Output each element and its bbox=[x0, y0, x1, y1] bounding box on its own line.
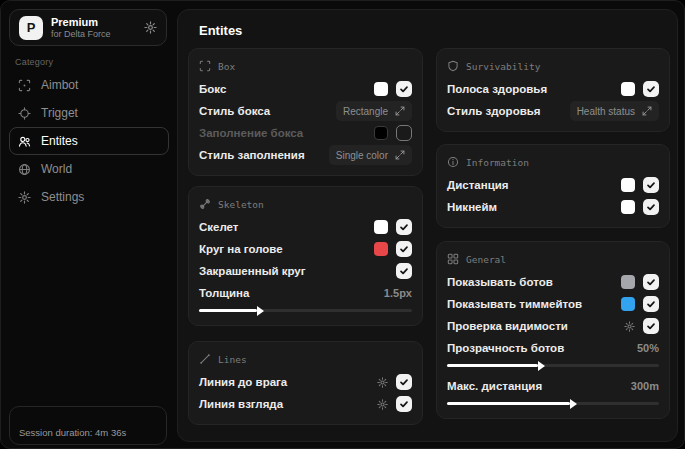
card-header-label: Box bbox=[218, 61, 235, 72]
people-icon bbox=[18, 135, 31, 148]
setting-label: Круг на голове bbox=[199, 243, 283, 255]
setting-label: Прозрачность ботов bbox=[447, 342, 564, 354]
checkbox-checked[interactable] bbox=[396, 241, 412, 257]
max-distance-slider[interactable] bbox=[447, 402, 659, 405]
setting-row-skeleton: Скелет bbox=[199, 216, 412, 238]
dropdown-value: Single color bbox=[336, 150, 388, 161]
info-icon bbox=[447, 156, 459, 168]
checkbox-checked[interactable] bbox=[643, 177, 659, 193]
lines-card-header: Lines bbox=[199, 350, 412, 368]
gear-icon[interactable] bbox=[144, 21, 157, 34]
bots-opacity-slider[interactable] bbox=[447, 364, 659, 367]
category-label: Category bbox=[15, 57, 53, 67]
setting-label: Стиль здоровья bbox=[447, 105, 541, 117]
setting-row-box: Бокс bbox=[199, 78, 412, 100]
checkbox-checked[interactable] bbox=[643, 296, 659, 312]
slider-value: 50% bbox=[637, 342, 659, 354]
setting-label: Показывать тиммейтов bbox=[447, 298, 582, 310]
brand-subtitle: for Delta Force bbox=[51, 29, 136, 39]
grid-icon bbox=[447, 253, 459, 265]
setting-row-max-distance: Макс. дистанция 300m bbox=[447, 375, 659, 397]
setting-row-fill-style: Стиль заполнения Single color bbox=[199, 144, 412, 166]
page-title: Entites bbox=[199, 23, 242, 38]
information-card-header: Information bbox=[447, 153, 659, 171]
sidebar-item-trigget[interactable]: Trigget bbox=[9, 99, 169, 127]
checkbox-checked[interactable] bbox=[643, 318, 659, 334]
gear-icon[interactable] bbox=[624, 321, 635, 332]
card-header-label: General bbox=[466, 254, 506, 265]
bone-icon bbox=[199, 198, 211, 210]
color-swatch[interactable] bbox=[374, 82, 388, 96]
box-icon bbox=[199, 60, 211, 72]
setting-row-box-style: Стиль бокса Rectangle bbox=[199, 100, 412, 122]
setting-row-box-fill: Заполнение бокса bbox=[199, 122, 412, 144]
checkbox-checked[interactable] bbox=[396, 396, 412, 412]
setting-label: Линия до врага bbox=[199, 376, 287, 388]
brand-text: Premium for Delta Force bbox=[51, 16, 136, 39]
dropdown-value: Rectangle bbox=[343, 106, 388, 117]
setting-row-filled-circle: Закрашенный круг bbox=[199, 260, 412, 282]
setting-row-health-style: Стиль здоровья Health status bbox=[447, 100, 659, 122]
setting-label: Бокс bbox=[199, 83, 226, 95]
card-header-label: Skeleton bbox=[218, 199, 264, 210]
sidebar-item-label: Entites bbox=[41, 134, 78, 148]
setting-label: Скелет bbox=[199, 221, 239, 233]
general-card: General Показывать ботов Показывать тимм… bbox=[436, 241, 670, 419]
sidebar-item-world[interactable]: World bbox=[9, 155, 169, 183]
dropdown-value: Health status bbox=[577, 106, 635, 117]
color-swatch[interactable] bbox=[621, 178, 635, 192]
setting-label: Толщина bbox=[199, 287, 249, 299]
checkbox-checked[interactable] bbox=[643, 274, 659, 290]
color-swatch[interactable] bbox=[621, 200, 635, 214]
setting-label: Макс. дистанция bbox=[447, 380, 542, 392]
slider-fill bbox=[199, 309, 257, 312]
checkbox-checked[interactable] bbox=[396, 263, 412, 279]
app-window: P Premium for Delta Force Category Aimbo… bbox=[0, 0, 685, 449]
checkbox-checked[interactable] bbox=[643, 81, 659, 97]
color-swatch[interactable] bbox=[621, 82, 635, 96]
brand-card: P Premium for Delta Force bbox=[9, 9, 167, 46]
setting-row-head-circle: Круг на голове bbox=[199, 238, 412, 260]
checkbox-checked[interactable] bbox=[396, 81, 412, 97]
expand-icon bbox=[395, 106, 405, 116]
skeleton-card: Skeleton Скелет Круг на голове bbox=[188, 186, 423, 326]
health-style-dropdown[interactable]: Health status bbox=[570, 101, 659, 121]
fill-style-dropdown[interactable]: Single color bbox=[329, 145, 412, 165]
information-card: Information Дистанция Никнейм bbox=[436, 144, 670, 228]
setting-label: Линия взгляда bbox=[199, 398, 283, 410]
color-swatch[interactable] bbox=[621, 275, 635, 289]
expand-icon bbox=[395, 150, 405, 160]
color-swatch[interactable] bbox=[374, 220, 388, 234]
checkbox-checked[interactable] bbox=[643, 199, 659, 215]
slider-fill bbox=[447, 402, 570, 405]
box-card-header: Box bbox=[199, 57, 412, 75]
setting-row-nickname: Никнейм bbox=[447, 196, 659, 218]
sidebar-item-entites[interactable]: Entites bbox=[9, 127, 169, 155]
sidebar-item-settings[interactable]: Settings bbox=[9, 183, 169, 211]
color-swatch[interactable] bbox=[374, 242, 388, 256]
setting-label: Закрашенный круг bbox=[199, 265, 306, 277]
expand-icon bbox=[642, 106, 652, 116]
setting-row-bots-opacity: Прозрачность ботов 50% bbox=[447, 337, 659, 359]
color-swatch[interactable] bbox=[374, 126, 388, 140]
thickness-slider[interactable] bbox=[199, 309, 412, 312]
setting-label: Проверка видимости bbox=[447, 320, 568, 332]
sidebar-item-label: Settings bbox=[41, 190, 84, 204]
checkbox-checked[interactable] bbox=[396, 219, 412, 235]
box-style-dropdown[interactable]: Rectangle bbox=[336, 101, 412, 121]
setting-row-distance: Дистанция bbox=[447, 174, 659, 196]
gear-icon[interactable] bbox=[377, 399, 388, 410]
checkbox-checked[interactable] bbox=[396, 374, 412, 390]
color-swatch[interactable] bbox=[621, 297, 635, 311]
slider-value: 1.5px bbox=[384, 287, 412, 299]
target-icon bbox=[18, 107, 31, 120]
card-header-label: Survivability bbox=[466, 61, 540, 72]
gear-icon[interactable] bbox=[377, 377, 388, 388]
setting-row-visibility-check: Проверка видимости bbox=[447, 315, 659, 337]
setting-label: Стиль бокса bbox=[199, 105, 270, 117]
checkbox-unchecked[interactable] bbox=[396, 125, 412, 141]
sidebar-item-aimbot[interactable]: Aimbot bbox=[9, 71, 169, 99]
box-card: Box Бокс Стиль бокса Rectangle bbox=[188, 48, 423, 176]
setting-row-show-bots: Показывать ботов bbox=[447, 271, 659, 293]
left-column: Box Бокс Стиль бокса Rectangle bbox=[188, 48, 423, 425]
